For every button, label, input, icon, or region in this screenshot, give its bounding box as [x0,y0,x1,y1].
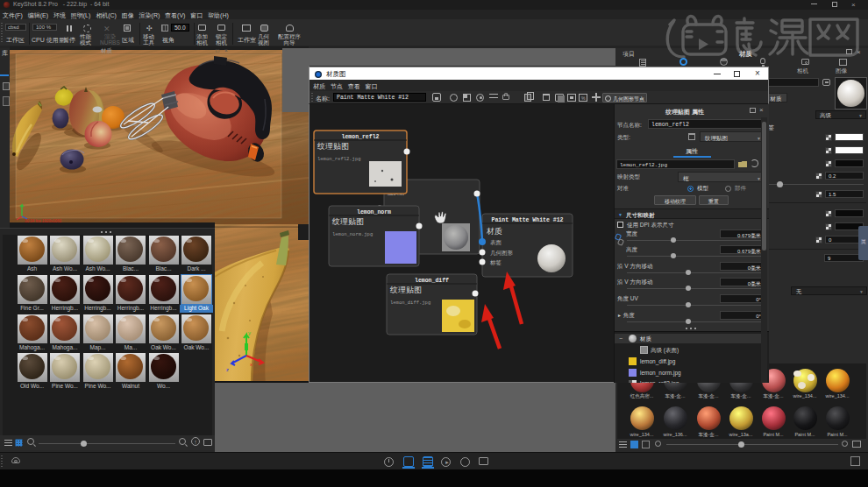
svg-text:材质: 材质 [486,227,502,236]
svg-text:lemon_norm: lemon_norm [357,209,391,215]
svg-text:z: z [226,367,229,372]
svg-text:y: y [248,330,251,335]
svg-text:lemon_refl2: lemon_refl2 [342,134,380,140]
svg-text:纹理贴图: 纹理贴图 [389,286,422,294]
svg-text:Paint Matte White #12: Paint Matte White #12 [492,217,564,223]
svg-text:表面: 表面 [490,239,502,245]
svg-text:标签: 标签 [489,259,502,266]
svg-text:几何图形: 几何图形 [490,250,514,257]
svg-text:纹理贴图: 纹理贴图 [331,217,364,226]
svg-text:lemon_diff.jpg: lemon_diff.jpg [390,300,430,306]
svg-text:lemon_norm.jpg: lemon_norm.jpg [332,231,373,237]
svg-text:纹理贴图: 纹理贴图 [317,142,349,151]
svg-text:x: x [250,362,253,367]
svg-text:lemon_diff: lemon_diff [415,278,449,284]
svg-text:lemon_refl2.jpg: lemon_refl2.jpg [317,156,361,162]
